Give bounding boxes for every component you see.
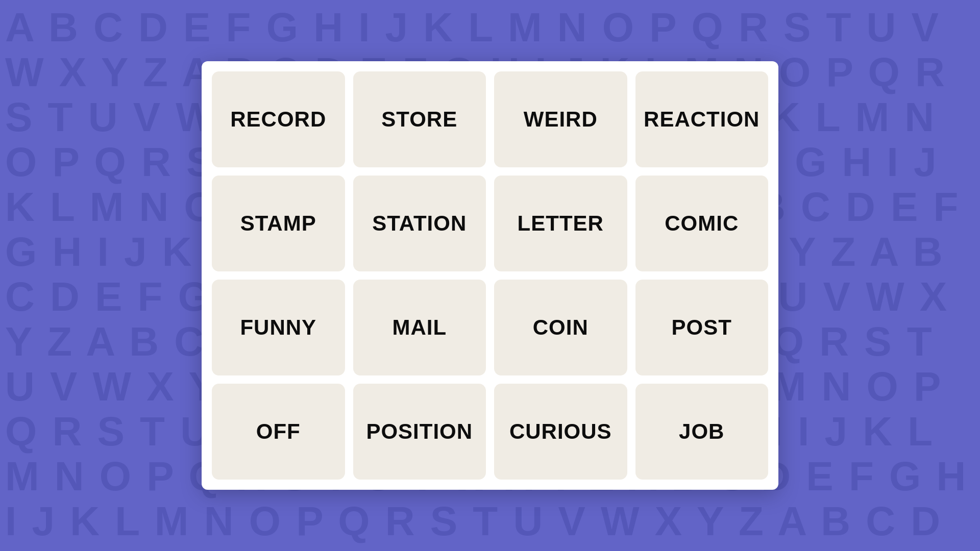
- word-card-curious[interactable]: CURIOUS: [494, 384, 627, 480]
- word-grid: RECORDSTOREWEIRDREACTIONSTAMPSTATIONLETT…: [202, 61, 778, 490]
- word-card-off[interactable]: OFF: [212, 384, 345, 480]
- word-label-job: JOB: [679, 419, 724, 444]
- word-card-comic[interactable]: COMIC: [635, 176, 769, 271]
- word-card-station[interactable]: STATION: [353, 176, 486, 271]
- word-label-stamp: STAMP: [240, 211, 316, 236]
- word-label-record: RECORD: [230, 107, 326, 132]
- word-label-station: STATION: [372, 211, 467, 236]
- word-card-mail[interactable]: MAIL: [353, 280, 486, 375]
- word-label-reaction: REACTION: [644, 107, 760, 132]
- word-label-coin: COIN: [533, 315, 589, 340]
- word-card-post[interactable]: POST: [635, 280, 769, 375]
- word-label-weird: WEIRD: [524, 107, 598, 132]
- word-label-position: POSITION: [366, 419, 473, 444]
- word-label-off: OFF: [256, 419, 301, 444]
- word-label-letter: LETTER: [518, 211, 604, 236]
- word-card-coin[interactable]: COIN: [494, 280, 627, 375]
- word-label-funny: FUNNY: [240, 315, 316, 340]
- word-label-store: STORE: [381, 107, 457, 132]
- word-card-stamp[interactable]: STAMP: [212, 176, 345, 271]
- word-card-weird[interactable]: WEIRD: [494, 71, 627, 167]
- word-card-record[interactable]: RECORD: [212, 71, 345, 167]
- word-card-store[interactable]: STORE: [353, 71, 486, 167]
- word-label-curious: CURIOUS: [509, 419, 612, 444]
- word-label-comic: COMIC: [665, 211, 739, 236]
- word-card-letter[interactable]: LETTER: [494, 176, 627, 271]
- word-card-position[interactable]: POSITION: [353, 384, 486, 480]
- word-label-mail: MAIL: [392, 315, 447, 340]
- word-label-post: POST: [672, 315, 732, 340]
- word-card-job[interactable]: JOB: [635, 384, 769, 480]
- word-card-funny[interactable]: FUNNY: [212, 280, 345, 375]
- word-card-reaction[interactable]: REACTION: [635, 71, 769, 167]
